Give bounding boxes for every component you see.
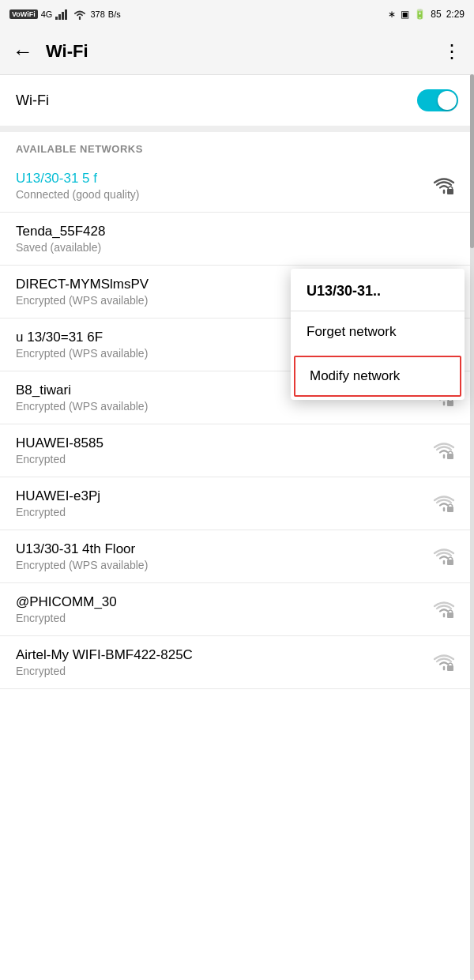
wifi-icon-u13-4thfloor <box>430 542 458 571</box>
scroll-track[interactable] <box>470 74 474 980</box>
toggle-knob <box>438 91 457 110</box>
battery-icon: 🔋 <box>414 9 426 20</box>
modify-network-button[interactable]: Modify network <box>294 356 461 397</box>
wifi-lock-icon-huawei8585 <box>433 439 455 462</box>
svg-rect-0 <box>55 17 58 20</box>
svg-rect-2 <box>62 12 64 20</box>
wifi-icon-huawei-e3pj <box>430 489 458 518</box>
status-left: VoWiFi 4G 378 B/s <box>9 9 121 20</box>
network-name-airtel: Airtel-My WIFI-BMF422-825C <box>16 647 430 663</box>
vowifi-badge: VoWiFi <box>9 9 38 19</box>
speed-unit: B/s <box>108 9 121 19</box>
svg-rect-10 <box>447 612 453 618</box>
wifi-icon-airtel <box>430 648 458 677</box>
wifi-lock-icon-huawei-e3pj <box>433 492 455 514</box>
status-bar: VoWiFi 4G 378 B/s ∗ ▣ 🔋 85 2:29 <box>0 0 474 28</box>
network-info-connected: U13/30-31 5 f Connected (good quality) <box>16 171 430 201</box>
svg-rect-4 <box>447 189 453 194</box>
wifi-icon-huawei8585 <box>430 436 458 465</box>
wifi-lock-icon-connected <box>433 175 455 197</box>
forget-network-button[interactable]: Forget network <box>291 311 465 352</box>
svg-rect-8 <box>447 507 453 512</box>
svg-rect-1 <box>58 14 61 20</box>
speed-display: 378 <box>90 9 104 19</box>
network-info-tenda: Tenda_55F428 Saved (available) <box>16 224 458 254</box>
network-status-phicomm30: Encrypted <box>16 612 430 624</box>
network-type: 4G <box>41 9 53 19</box>
network-item-huawei8585[interactable]: HUAWEI-8585 Encrypted <box>0 424 474 477</box>
network-item-connected[interactable]: U13/30-31 5 f Connected (good quality) <box>0 160 474 213</box>
svg-rect-6 <box>447 401 453 406</box>
svg-rect-11 <box>447 665 453 671</box>
context-menu-title: U13/30-31.. <box>291 269 465 311</box>
wifi-toggle-label: Wi-Fi <box>16 92 49 109</box>
wifi-lock-icon-phicomm30 <box>433 598 455 620</box>
network-info-huawei-e3pj: HUAWEI-e3Pj Encrypted <box>16 488 430 518</box>
network-status-huawei8585: Encrypted <box>16 453 430 466</box>
wifi-icon-connected <box>430 172 458 200</box>
network-status-b8tiwari: Encrypted (WPS available) <box>16 400 430 413</box>
top-nav: ← Wi-Fi ⋮ <box>0 28 474 74</box>
network-name-tenda: Tenda_55F428 <box>16 224 458 239</box>
wifi-toggle-switch[interactable] <box>417 89 458 111</box>
battery-level: 85 <box>431 9 441 20</box>
network-info-phicomm30: @PHICOMM_30 Encrypted <box>16 594 430 624</box>
network-status-connected: Connected (good quality) <box>16 188 430 201</box>
network-name-phicomm30: @PHICOMM_30 <box>16 594 430 610</box>
back-button[interactable]: ← <box>13 41 33 62</box>
vibrate-icon: ▣ <box>401 9 409 20</box>
network-status-u13-4thfloor: Encrypted (WPS available) <box>16 559 430 571</box>
network-status-tenda: Saved (available) <box>16 241 458 254</box>
network-item-phicomm30[interactable]: @PHICOMM_30 Encrypted <box>0 583 474 636</box>
network-status-huawei-e3pj: Encrypted <box>16 506 430 518</box>
svg-rect-7 <box>447 454 453 459</box>
network-item-tenda[interactable]: Tenda_55F428 Saved (available) <box>0 213 474 266</box>
section-divider <box>0 126 474 132</box>
wifi-lock-icon-airtel <box>433 651 455 673</box>
network-name-huawei8585: HUAWEI-8585 <box>16 435 430 451</box>
more-options-button[interactable]: ⋮ <box>442 42 461 61</box>
status-right: ∗ ▣ 🔋 85 2:29 <box>388 9 465 20</box>
wifi-status-icon <box>73 9 87 20</box>
svg-rect-3 <box>65 9 67 20</box>
network-list: AVAILABLE NETWORKS U13/30-31 5 f Connect… <box>0 132 474 689</box>
network-name-connected: U13/30-31 5 f <box>16 171 430 187</box>
network-info-u13-4thfloor: U13/30-31 4th Floor Encrypted (WPS avail… <box>16 541 430 571</box>
context-menu: U13/30-31.. Forget network Modify networ… <box>291 269 465 400</box>
wifi-lock-icon-u13-4thfloor <box>433 545 455 567</box>
clock: 2:29 <box>446 9 465 20</box>
network-item-airtel[interactable]: Airtel-My WIFI-BMF422-825C Encrypted <box>0 636 474 689</box>
wifi-icon-phicomm30 <box>430 595 458 624</box>
network-status-airtel: Encrypted <box>16 665 430 677</box>
available-networks-header: AVAILABLE NETWORKS <box>0 132 474 160</box>
svg-rect-9 <box>447 560 453 565</box>
network-info-huawei8585: HUAWEI-8585 Encrypted <box>16 435 430 466</box>
wifi-toggle-row: Wi-Fi <box>0 75 474 126</box>
network-item-u13-4thfloor[interactable]: U13/30-31 4th Floor Encrypted (WPS avail… <box>0 530 474 583</box>
network-name-huawei-e3pj: HUAWEI-e3Pj <box>16 488 430 504</box>
network-item-huawei-e3pj[interactable]: HUAWEI-e3Pj Encrypted <box>0 477 474 530</box>
bluetooth-icon: ∗ <box>388 9 396 20</box>
scroll-thumb[interactable] <box>470 74 474 248</box>
network-name-u13-4thfloor: U13/30-31 4th Floor <box>16 541 430 557</box>
page-title: Wi-Fi <box>46 41 442 62</box>
network-info-airtel: Airtel-My WIFI-BMF422-825C Encrypted <box>16 647 430 677</box>
signal-icon <box>55 9 70 20</box>
